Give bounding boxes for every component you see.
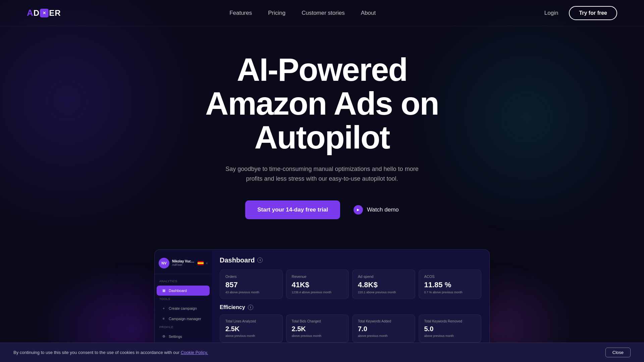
dashboard-preview: NV Nikolay Vuchkov AdFixer ‹ Analytics ▦…	[0, 249, 644, 350]
logo[interactable]: A D ✕ ER	[27, 8, 61, 18]
keywords-removed-label: Total Keywords Removed	[424, 319, 476, 323]
revenue-value: 41K$	[292, 281, 343, 289]
acos-label: ACOS	[424, 275, 476, 279]
dashboard-title: Dashboard	[220, 256, 255, 264]
orders-value: 857	[225, 281, 277, 289]
sidebar-settings-label: Settings	[169, 335, 182, 339]
sidebar-user: NV Nikolay Vuchkov AdFixer ‹	[155, 255, 212, 274]
user-brand: AdFixer	[172, 263, 195, 266]
logo-a: A	[27, 8, 34, 18]
sidebar-item-create-campaign[interactable]: ＋ Create campaign	[157, 303, 210, 313]
nav-about[interactable]: About	[361, 10, 376, 16]
bids-changed-label: Total Bids Changed	[292, 319, 343, 323]
efficiency-card-lines: Total Lines Analyzed 2.5K above previous…	[220, 314, 283, 343]
efficiency-card-keywords-added: Total Keywords Added 7.0 above previous …	[352, 314, 415, 343]
hero-section: AI-Powered Amazon Ads on Autopilot Say g…	[0, 26, 644, 239]
watch-demo-label: Watch demo	[367, 206, 399, 213]
user-info: Nikolay Vuchkov AdFixer	[172, 259, 195, 266]
dashboard-header: Dashboard ℹ	[220, 256, 481, 264]
keywords-added-value: 7.0	[358, 325, 410, 333]
cookie-banner: By continuing to use this site you conse…	[0, 343, 644, 362]
play-icon: ▶	[354, 205, 363, 215]
efficiency-grid: Total Lines Analyzed 2.5K above previous…	[220, 314, 481, 343]
flag-badge	[198, 261, 204, 265]
keywords-removed-change: above previous month	[424, 334, 476, 338]
user-initials: NV	[161, 261, 166, 265]
logo-d: D	[34, 8, 40, 18]
hero-buttons: Start your 14-day free trial ▶ Watch dem…	[7, 200, 637, 219]
revenue-change: 1238.4 above previous month	[292, 291, 343, 294]
sidebar-campaign-manager-label: Campaign manager	[169, 317, 201, 321]
nav-right: Login Try for free	[544, 6, 617, 20]
hero-headline-line1: AI-Powered	[237, 52, 407, 87]
stats-grid: Orders 857 43 above previous month Reven…	[220, 269, 481, 299]
hero-headline: AI-Powered Amazon Ads on Autopilot	[7, 53, 637, 154]
cookie-text: By continuing to use this site you conse…	[13, 350, 208, 355]
stat-card-revenue: Revenue 41K$ 1238.4 above previous month	[286, 269, 349, 299]
sidebar-dashboard-label: Dashboard	[169, 289, 187, 293]
nav-pricing[interactable]: Pricing	[268, 10, 285, 16]
cookie-policy-link[interactable]: Cookie Policy.	[181, 350, 208, 355]
chart-icon: ▦	[161, 288, 166, 293]
efficiency-card-bids: Total Bids Changed 2.5K above previous m…	[286, 314, 349, 343]
lines-analyzed-change: above previous month	[225, 334, 277, 338]
adspend-label: Ad spend	[358, 275, 410, 279]
orders-label: Orders	[225, 275, 277, 279]
acos-value: 11.85 %	[424, 281, 476, 289]
adspend-change: 220.1 above previous month	[358, 291, 410, 294]
user-name: Nikolay Vuchkov	[172, 259, 195, 263]
cookie-close-button[interactable]: Close	[605, 348, 631, 357]
logo-box-icon: ✕	[40, 9, 49, 17]
navbar: A D ✕ ER Features Pricing Customer stori…	[0, 0, 644, 26]
sidebar-item-campaign-manager[interactable]: ≡ Campaign manager	[157, 314, 210, 324]
efficiency-header: Efficiency ℹ	[220, 304, 481, 310]
logo-rest: ER	[49, 8, 61, 18]
try-for-free-button[interactable]: Try for free	[569, 6, 617, 20]
efficiency-info-icon[interactable]: ℹ	[248, 305, 253, 310]
hero-headline-line3: Autopilot	[254, 119, 389, 155]
dashboard-main: Dashboard ℹ Orders 857 43 above previous…	[212, 250, 489, 349]
bids-changed-value: 2.5K	[292, 325, 343, 333]
nav-features[interactable]: Features	[229, 10, 252, 16]
sidebar: NV Nikolay Vuchkov AdFixer ‹ Analytics ▦…	[155, 250, 212, 349]
sidebar-section-profile: Profile	[155, 324, 212, 330]
lines-analyzed-label: Total Lines Analyzed	[225, 319, 277, 323]
dashboard-container: NV Nikolay Vuchkov AdFixer ‹ Analytics ▦…	[154, 249, 490, 350]
stat-card-orders: Orders 857 43 above previous month	[220, 269, 283, 299]
sidebar-section-analytics: Analytics	[155, 278, 212, 284]
acos-change: 0.7 % above previous month	[424, 291, 476, 294]
revenue-label: Revenue	[292, 275, 343, 279]
efficiency-section: Efficiency ℹ Total Lines Analyzed 2.5K a…	[220, 304, 481, 343]
dashboard-info-icon[interactable]: ℹ	[257, 257, 263, 263]
stat-card-adspend: Ad spend 4.8K$ 220.1 above previous mont…	[352, 269, 415, 299]
orders-change: 43 above previous month	[225, 291, 277, 294]
hero-subtitle: Say goodbye to time-consuming manual opt…	[221, 164, 423, 184]
list-icon: ≡	[161, 316, 166, 321]
cookie-text-content: By continuing to use this site you conse…	[13, 350, 181, 355]
nav-customer-stories[interactable]: Customer stories	[302, 10, 344, 16]
sidebar-section-tools: Tools	[155, 296, 212, 302]
sidebar-create-campaign-label: Create campaign	[169, 306, 197, 310]
nav-links: Features Pricing Customer stories About	[229, 10, 376, 16]
efficiency-card-keywords-removed: Total Keywords Removed 5.0 above previou…	[419, 314, 482, 343]
sidebar-item-dashboard[interactable]: ▦ Dashboard	[157, 286, 210, 296]
bids-changed-change: above previous month	[292, 334, 343, 338]
plus-icon: ＋	[161, 306, 166, 311]
keywords-added-change: above previous month	[358, 334, 410, 338]
sidebar-collapse-btn[interactable]: ‹	[206, 261, 208, 265]
keywords-added-label: Total Keywords Added	[358, 319, 410, 323]
user-avatar: NV	[159, 258, 169, 268]
hero-headline-line2: Amazon Ads on	[205, 85, 439, 121]
adspend-value: 4.8K$	[358, 281, 410, 289]
efficiency-title: Efficiency	[220, 304, 245, 310]
keywords-removed-value: 5.0	[424, 325, 476, 333]
lines-analyzed-value: 2.5K	[225, 325, 277, 333]
start-trial-button[interactable]: Start your 14-day free trial	[245, 200, 340, 219]
gear-icon: ⚙	[161, 334, 166, 339]
stat-card-acos: ACOS 11.85 % 0.7 % above previous month	[419, 269, 482, 299]
login-link[interactable]: Login	[544, 10, 558, 16]
watch-demo-button[interactable]: ▶ Watch demo	[354, 205, 399, 215]
sidebar-item-settings[interactable]: ⚙ Settings	[157, 331, 210, 342]
